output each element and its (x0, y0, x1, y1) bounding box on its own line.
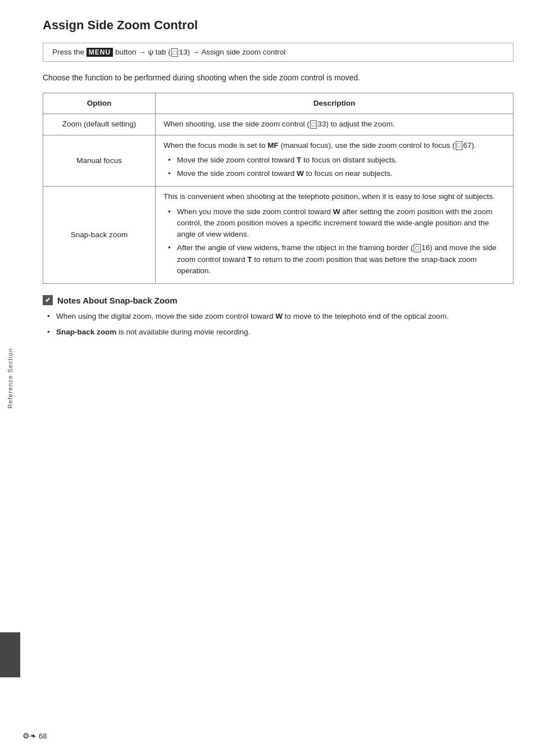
page-footer: ⚙❧ 68 (22, 731, 47, 740)
list-item: Move the side zoom control toward T to f… (168, 155, 505, 166)
snap-back-bullets: When you move the side zoom control towa… (163, 206, 505, 277)
sidebar-label: Reference Section (7, 348, 13, 409)
intro-text: Choose the function to be performed duri… (43, 72, 514, 84)
option-zoom: Zoom (default setting) (43, 114, 156, 135)
option-manual-focus: Manual focus (43, 135, 156, 187)
check-icon: ✔ (43, 295, 53, 305)
nav-box: Press the MENU button → ψ tab (□13) → As… (43, 43, 514, 62)
page-ref-icon: □ (171, 48, 179, 57)
sidebar-tab (0, 632, 20, 677)
menu-label: MENU (87, 48, 113, 57)
notes-list: When using the digital zoom, move the si… (43, 311, 514, 338)
sidebar: Reference Section (0, 0, 20, 756)
nav-page-ref: 13) → Assign side zoom control (179, 48, 285, 56)
notes-section: ✔ Notes About Snap-back Zoom When using … (43, 295, 514, 338)
col-option-header: Option (43, 93, 156, 114)
page-number: 68 (39, 732, 47, 740)
main-content: Assign Side Zoom Control Press the MENU … (20, 0, 536, 756)
desc-manual-focus: When the focus mode is set to MF (manual… (156, 135, 514, 187)
page-title: Assign Side Zoom Control (43, 18, 514, 33)
list-item: After the angle of view widens, frame th… (168, 242, 505, 277)
list-item: Move the side zoom control toward W to f… (168, 168, 505, 179)
col-description-header: Description (156, 93, 514, 114)
camera-icon: ⚙❧ (22, 731, 37, 740)
table-row: Zoom (default setting) When shooting, us… (43, 114, 514, 135)
manual-focus-bullets: Move the side zoom control toward T to f… (163, 155, 505, 180)
desc-zoom: When shooting, use the side zoom control… (156, 114, 514, 135)
table-row: Snap-back zoom This is convenient when s… (43, 187, 514, 284)
nav-middle: button → ψ tab ( (115, 48, 171, 56)
icon-ref-16: □ (414, 244, 421, 252)
list-item: Snap-back zoom is not available during m… (47, 327, 514, 338)
list-item: When you move the side zoom control towa… (168, 206, 505, 241)
notes-title-text: Notes About Snap-back Zoom (57, 296, 178, 305)
nav-prefix: Press the (52, 48, 87, 56)
options-table: Option Description Zoom (default setting… (43, 93, 514, 284)
notes-title: ✔ Notes About Snap-back Zoom (43, 295, 514, 305)
icon-ref-33: □ (310, 120, 317, 129)
desc-snap-back: This is convenient when shooting at the … (156, 187, 514, 284)
icon-ref-67: □ (456, 141, 463, 150)
table-row: Manual focus When the focus mode is set … (43, 135, 514, 187)
option-snap-back: Snap-back zoom (43, 187, 156, 284)
list-item: When using the digital zoom, move the si… (47, 311, 514, 322)
